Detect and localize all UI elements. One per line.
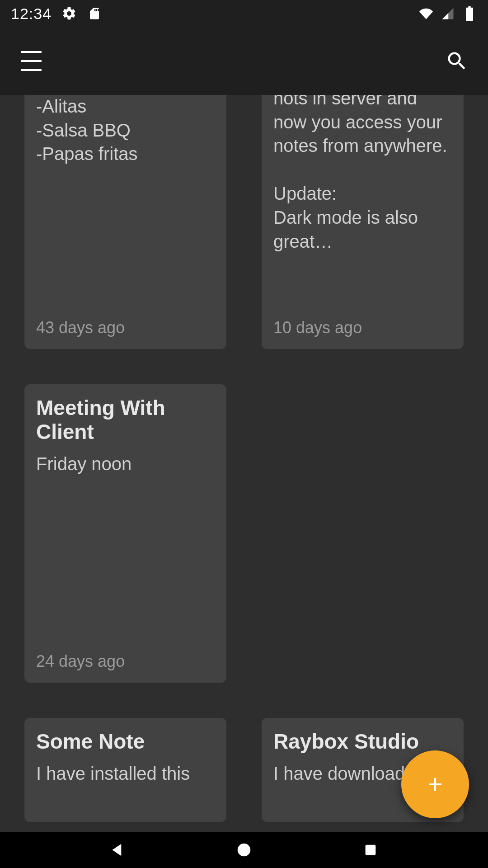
notes-content: BBQ -Alitas -Salsa BBQ -Papas fritas 43 … (0, 95, 488, 832)
note-body: -Alitas -Salsa BBQ -Papas fritas (36, 95, 215, 310)
note-card[interactable]: BBQ -Alitas -Salsa BBQ -Papas fritas 43 … (24, 95, 226, 349)
square-recent-icon (363, 842, 378, 858)
nav-back-button[interactable] (104, 836, 131, 863)
search-button[interactable] (442, 46, 472, 76)
notes-grid: BBQ -Alitas -Salsa BBQ -Papas fritas 43 … (24, 95, 464, 822)
note-title: Meeting With Client (36, 396, 215, 444)
svg-point-0 (238, 844, 251, 857)
note-time: 24 days ago (36, 652, 215, 671)
add-note-button[interactable] (401, 750, 469, 818)
sd-card-icon (87, 6, 102, 21)
nav-home-button[interactable] (230, 836, 258, 863)
gear-icon (61, 6, 77, 21)
note-body: This app keeps your nots in server and n… (273, 95, 452, 310)
system-nav-bar (0, 832, 488, 868)
note-card[interactable]: Some Note I have installed this (24, 718, 226, 822)
note-card[interactable]: This app keeps your nots in server and n… (262, 95, 464, 349)
status-left: 12:34 (11, 5, 102, 23)
battery-full-icon (462, 6, 477, 21)
note-title: Raybox Studio (273, 730, 452, 754)
search-icon (445, 49, 469, 73)
status-right (418, 6, 477, 21)
note-time: 10 days ago (273, 318, 452, 337)
note-body: Friday noon (36, 452, 215, 644)
menu-button[interactable] (16, 46, 46, 76)
plus-icon (424, 774, 446, 795)
svg-rect-1 (366, 845, 376, 855)
cell-signal-icon (440, 6, 455, 21)
status-bar: 12:34 (0, 0, 488, 27)
note-time: 43 days ago (36, 318, 215, 337)
note-title: Some Note (36, 730, 215, 754)
wifi-icon (418, 6, 434, 21)
triangle-back-icon (108, 841, 127, 859)
app-bar (0, 27, 488, 95)
note-body: I have installed this (36, 762, 215, 810)
nav-recent-button[interactable] (357, 836, 384, 863)
circle-home-icon (235, 841, 253, 859)
note-card[interactable]: Meeting With Client Friday noon 24 days … (24, 384, 226, 683)
hamburger-icon (21, 49, 42, 73)
status-time: 12:34 (11, 5, 52, 23)
